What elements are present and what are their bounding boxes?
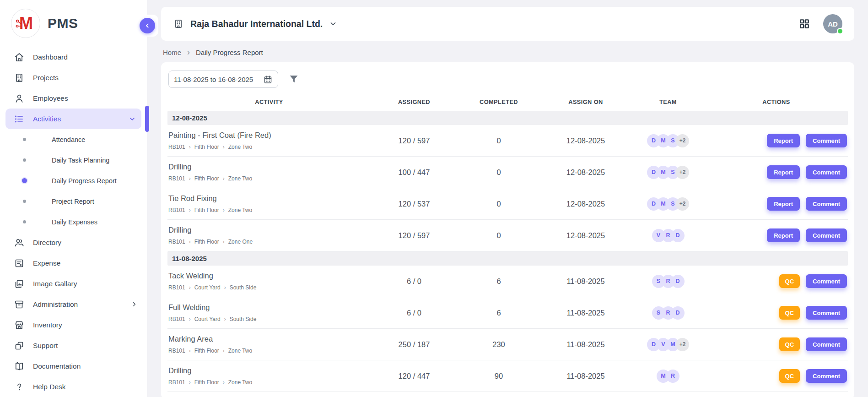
table-row: Full WeldingRB101›Court Yard›South Side6… xyxy=(167,297,848,329)
comment-button[interactable]: Comment xyxy=(806,134,847,147)
comment-button[interactable]: Comment xyxy=(806,369,847,383)
assigned-value: 250 / 187 xyxy=(371,340,458,349)
team-extra-count: +2 xyxy=(676,197,689,211)
assign-on-date: 12-08-2025 xyxy=(540,168,631,177)
sidebar-subitem-daily-expenses[interactable]: Daily Expenses xyxy=(0,212,147,232)
assigned-value: 120 / 537 xyxy=(371,200,458,208)
qc-button[interactable]: QC xyxy=(779,306,800,320)
group-date: 11-08-2025 xyxy=(172,255,207,262)
sidebar-subitem-project-report[interactable]: Project Report xyxy=(0,191,147,212)
qc-button[interactable]: QC xyxy=(779,274,800,288)
company-name: Raja Bahadur International Ltd. xyxy=(190,19,323,29)
sidebar-subitem-attendance[interactable]: Attendance xyxy=(0,129,147,150)
table-body: 12-08-2025Painting - First Coat (Fire Re… xyxy=(167,111,848,392)
report-button[interactable]: Report xyxy=(767,134,800,147)
sidebar-item-support[interactable]: Support xyxy=(0,335,147,356)
team-member-avatar: D xyxy=(671,306,685,320)
column-header-assigned: ASSIGNED xyxy=(371,98,458,105)
assigned-value: 6 / 0 xyxy=(371,277,458,286)
sidebar-subitem-daily-progress-report[interactable]: Daily Progress Report xyxy=(0,170,147,191)
activity-cell: Full WeldingRB101›Court Yard›South Side xyxy=(167,303,371,322)
date-range-value: 11-08-2025 to 16-08-2025 xyxy=(174,76,253,83)
path-separator-icon: › xyxy=(223,348,225,354)
sidebar-item-activities[interactable]: Activities xyxy=(5,109,141,129)
sidebar-item-help-desk[interactable]: Help Desk xyxy=(0,376,147,397)
path-segment: Zone Two xyxy=(228,348,252,354)
comment-button[interactable]: Comment xyxy=(806,274,847,288)
actions-cell: ReportComment xyxy=(705,197,848,211)
sidebar-item-employees[interactable]: Employees xyxy=(0,88,147,109)
report-button[interactable]: Report xyxy=(767,197,800,211)
path-separator-icon: › xyxy=(189,284,191,291)
qc-button[interactable]: QC xyxy=(779,369,800,383)
path-separator-icon: › xyxy=(224,284,226,291)
sidebar-collapse-button[interactable] xyxy=(140,18,155,33)
chevron-down-icon xyxy=(129,115,136,123)
image-icon xyxy=(14,278,25,289)
date-range-input[interactable]: 11-08-2025 to 16-08-2025 xyxy=(168,71,278,88)
sidebar-item-expense[interactable]: Expense xyxy=(0,253,147,273)
breadcrumb-item-home[interactable]: Home xyxy=(163,49,181,56)
header-right: AD xyxy=(798,14,842,33)
store-icon xyxy=(14,320,25,331)
path-segment: Zone Two xyxy=(228,144,252,150)
sidebar-item-image-gallary[interactable]: Image Gallary xyxy=(0,273,147,294)
activity-cell: Marking AreaRB101›Fifth Floor›Zone Two xyxy=(167,335,371,354)
sidebar-item-label: Documentation xyxy=(33,362,81,370)
comment-button[interactable]: Comment xyxy=(806,337,847,351)
completed-value: 6 xyxy=(458,309,540,317)
assigned-value: 120 / 597 xyxy=(371,231,458,240)
building-icon xyxy=(14,72,25,83)
actions-cell: QCComment xyxy=(705,369,848,383)
table-row: DrillingRB101›Fifth Floor›Zone Two100 / … xyxy=(167,157,848,188)
activity-cell: DrillingRB101›Fifth Floor›Zone One xyxy=(167,226,371,245)
sidebar-item-documentation[interactable]: Documentation xyxy=(0,356,147,376)
report-button[interactable]: Report xyxy=(767,228,800,242)
comment-button[interactable]: Comment xyxy=(806,306,847,320)
calendar-icon[interactable] xyxy=(263,75,273,84)
completed-value: 90 xyxy=(458,372,540,381)
comment-button[interactable]: Comment xyxy=(806,228,847,242)
sidebar-item-administration[interactable]: Administration xyxy=(0,294,147,315)
column-header-assign-on: ASSIGN ON xyxy=(540,98,631,105)
actions-cell: QCComment xyxy=(705,306,848,320)
sidebar-item-label: Employees xyxy=(33,94,68,103)
activity-title: Tack Welding xyxy=(168,272,371,280)
qc-button[interactable]: QC xyxy=(779,337,800,351)
path-separator-icon: › xyxy=(189,316,191,322)
sidebar-item-projects[interactable]: Projects xyxy=(0,67,147,88)
table-row: Marking AreaRB101›Fifth Floor›Zone Two25… xyxy=(167,329,848,360)
book-icon xyxy=(14,361,25,372)
sidebar-item-label: Activities xyxy=(33,115,61,123)
group-date: 12-08-2025 xyxy=(172,114,207,122)
sidebar-item-label: Directory xyxy=(33,239,61,247)
completed-value: 230 xyxy=(458,340,540,349)
report-button[interactable]: Report xyxy=(767,165,800,179)
company-selector[interactable]: Raja Bahadur International Ltd. xyxy=(173,18,337,29)
user-avatar[interactable]: AD xyxy=(823,14,842,33)
team-extra-count: +2 xyxy=(676,134,689,147)
sidebar-subitem-label: Daily Progress Report xyxy=(52,177,117,185)
assign-on-date: 11-08-2025 xyxy=(540,372,631,381)
activity-location-path: RB101›Fifth Floor›Zone Two xyxy=(168,348,371,354)
sidebar-item-label: Image Gallary xyxy=(33,280,77,288)
path-segment: RB101 xyxy=(168,239,185,245)
sidebar-subitem-daily-task-planning[interactable]: Daily Task Planning xyxy=(0,150,147,170)
path-segment: RB101 xyxy=(168,284,185,291)
main-area: Raja Bahadur International Ltd. AD Home›… xyxy=(147,0,868,397)
sidebar-item-directory[interactable]: Directory xyxy=(0,232,147,253)
sidebar-item-dashboard[interactable]: Dashboard xyxy=(0,47,147,67)
sidebar-item-inventory[interactable]: Inventory xyxy=(0,315,147,335)
apps-grid-button[interactable] xyxy=(798,18,810,30)
assign-on-date: 12-08-2025 xyxy=(540,231,631,240)
table-row: Tie Rod FixingRB101›Fifth Floor›Zone Two… xyxy=(167,188,848,220)
sidebar-subitem-label: Daily Expenses xyxy=(52,218,97,226)
path-separator-icon: › xyxy=(223,379,225,386)
path-segment: Zone Two xyxy=(228,175,252,182)
path-segment: Zone Two xyxy=(228,379,252,386)
sidebar-item-label: Inventory xyxy=(33,321,62,329)
team-cell: MR xyxy=(631,370,705,383)
filter-button[interactable] xyxy=(288,74,299,85)
comment-button[interactable]: Comment xyxy=(806,197,847,211)
comment-button[interactable]: Comment xyxy=(806,165,847,179)
